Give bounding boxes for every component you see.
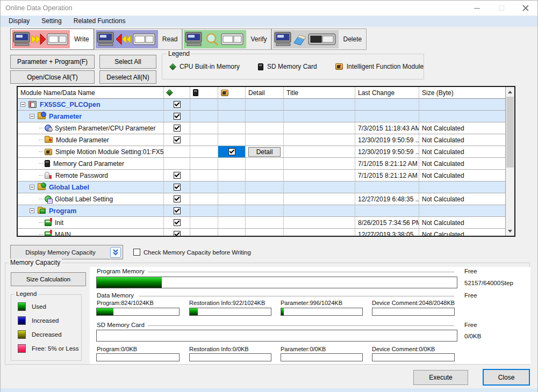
row-name-cell: Global Label [18,182,164,193]
display-memory-capacity-button[interactable]: Display Memory Capacity [10,245,123,259]
col-cpu-memory[interactable] [164,87,190,99]
col-size[interactable]: Size (Byte) [419,87,505,99]
minimize-button[interactable] [465,1,489,16]
col-detail[interactable]: Detail [246,87,284,99]
memory-legend-title: Legend [15,291,38,297]
size-cell: Not Calculated [419,217,505,229]
tab-write[interactable]: Write [10,28,94,50]
table-row[interactable]: Program [18,205,505,217]
tree-connector [39,140,44,140]
pc-to-plc-write-icon [12,30,70,48]
row-label: Global Label [49,184,89,191]
cpu-memory-checkbox[interactable] [174,184,181,191]
ifm-cell [218,170,246,182]
close-dialog-button[interactable]: Close [483,369,530,386]
scrollbar-thumb[interactable] [506,97,514,168]
title-cell [284,122,355,134]
col-sd-card[interactable] [190,87,218,99]
scroll-down-icon[interactable] [506,227,514,235]
legend-label: Used [32,303,46,310]
free-label: Free [464,292,477,299]
col-module-name[interactable]: Module Name/Data Name [18,87,164,99]
minimize-icon [474,8,480,9]
program-memory-bar [96,277,457,288]
cpu-memory-checkbox[interactable] [174,219,181,226]
legend-label: Decreased [32,331,62,338]
cpu-memory-checkbox[interactable] [174,113,181,120]
scroll-up-icon[interactable] [506,88,514,96]
deselect-all-button[interactable]: Deselect All(N) [99,70,156,84]
cpu-memory-checkbox[interactable] [174,172,181,179]
row-label: MAIN [55,231,71,236]
table-row[interactable]: Init 8/26/2015 7:34:56 PM Not Calculated [18,217,505,229]
parameter-program-button[interactable]: Parameter + Program(F) [10,55,95,69]
table-row[interactable]: Global Label [18,182,505,193]
tree-connector [39,163,44,164]
ifm-cell-selected [218,146,246,158]
increased-color-swatch [18,316,26,325]
open-close-all-button[interactable]: Open/Close All(T) [10,70,95,84]
table-scrollbar[interactable] [505,87,514,236]
cpu-memory-checkbox[interactable] [174,195,181,202]
maximize-button[interactable] [489,1,513,16]
menu-display[interactable]: Display [3,16,35,27]
cpu-memory-checkbox[interactable] [174,101,181,108]
cpu-memory-checkbox[interactable] [174,136,181,143]
intelligent-function-module-icon [45,149,52,155]
execute-button[interactable]: Execute [413,370,468,385]
detail-cell [246,217,284,229]
table-header-row: Module Name/Data Name Detail Title Last … [18,87,505,99]
col-intelligent-module[interactable] [218,87,246,99]
table-row[interactable]: Memory Card Parameter 7/1/2015 8:21:12 A… [18,158,505,170]
cpu-cell [164,182,190,193]
pc-plc-verify-icon [184,30,246,48]
table-row[interactable]: Global Label Setting 12/27/2019 6:48:35 … [18,193,505,205]
table-row[interactable]: System Parameter/CPU Parameter 7/3/2015 … [18,122,505,134]
ifm-cell [218,182,246,193]
parameter-folder-icon [38,113,46,119]
table-row[interactable]: Simple Motion Module Setting:01:FX5... D… [18,146,505,158]
collapse-icon[interactable] [20,102,25,107]
ifm-cell [218,158,246,170]
col-last-change[interactable]: Last Change [355,87,419,99]
table-row[interactable]: FX5SSC_PLCOpen [18,99,505,111]
sd-memory-free-value: 0/0KB [464,333,481,339]
row-label: System Parameter/CPU Parameter [55,125,155,132]
row-label: Memory Card Parameter [53,160,124,168]
tab-delete[interactable]: Delete [271,28,367,50]
tree-connector [39,199,44,199]
row-label: Simple Motion Module Setting:01:FX5... [55,148,164,156]
last-change-cell: 8/26/2015 7:34:56 PM [355,217,419,229]
collapse-icon[interactable] [30,114,34,119]
title-cell [284,99,355,111]
check-memory-capacity-checkbox[interactable] [133,249,140,256]
cpu-memory-checkbox[interactable] [174,125,181,132]
size-cell: Not Calculated [419,193,505,205]
legend-item-increased: Increased [18,316,59,325]
col-title[interactable]: Title [284,87,355,99]
cpu-memory-checkbox[interactable] [174,231,181,236]
menu-setting[interactable]: Setting [35,16,67,27]
tab-verify-label: Verify [246,35,271,43]
menu-related-functions[interactable]: Related Functions [68,16,132,27]
intelligent-module-checkbox[interactable] [228,148,235,155]
close-button[interactable] [513,1,537,16]
collapse-icon[interactable] [30,208,34,213]
row-label: Remote Password [55,172,108,179]
sd-cell [190,217,218,229]
title-cell [284,111,355,122]
sd-cell [190,122,218,134]
tab-verify[interactable]: Verify [182,28,271,50]
plc-to-pc-read-icon [96,30,158,48]
table-row[interactable]: Module Parameter 12/30/2019 9:50:59 ... … [18,134,505,146]
table-row[interactable]: Parameter [18,111,505,122]
cpu-memory-checkbox[interactable] [174,207,181,214]
size-calculation-button[interactable]: Size Calculation [11,272,86,286]
table-row[interactable]: Remote Password 7/1/2015 8:21:12 AM Not … [18,170,505,182]
tab-read[interactable]: Read [94,28,183,50]
collapse-icon[interactable] [30,185,34,190]
data-memory-label: Data Memory [97,292,134,299]
select-all-button[interactable]: Select All [99,55,156,69]
detail-button[interactable]: Detail [248,147,281,157]
table-row[interactable]: MAIN 12/27/2019 3:38:05 Not Calculated [18,229,505,236]
